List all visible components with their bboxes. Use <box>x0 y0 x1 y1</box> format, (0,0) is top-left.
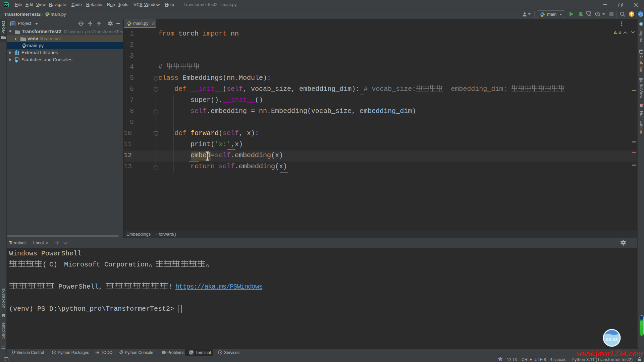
svg-text:PC: PC <box>4 4 8 7</box>
svg-text:08:53: 08:53 <box>606 337 618 342</box>
